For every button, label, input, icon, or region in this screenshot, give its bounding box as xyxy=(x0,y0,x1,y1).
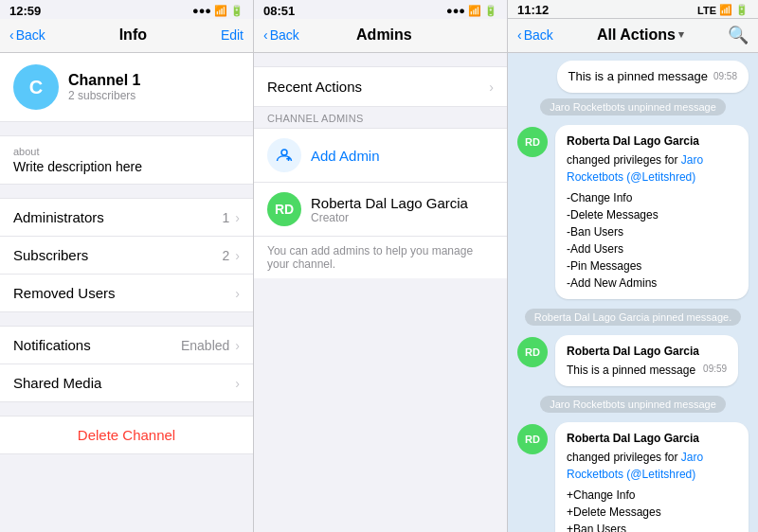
wifi-icon-3: 📶 xyxy=(719,4,732,16)
add-admin-row[interactable]: Add Admin xyxy=(254,128,507,182)
battery-icon-2: 🔋 xyxy=(484,5,497,17)
shared-media-right: › xyxy=(235,376,240,391)
recent-actions-item[interactable]: Recent Actions › xyxy=(254,66,507,107)
about-label: about xyxy=(13,146,240,157)
back-button-3[interactable]: ‹ Back xyxy=(517,27,553,43)
privilege-changes-add: +Change Info +Delete Messages +Ban Users… xyxy=(567,487,737,532)
channel-header: C Channel 1 2 subscribers xyxy=(0,53,253,122)
signal-icon-1: ●●● xyxy=(192,5,211,16)
notifications-item[interactable]: Notifications Enabled › xyxy=(0,327,253,364)
channel-details: Channel 1 2 subscribers xyxy=(68,72,140,102)
admin-name: Roberta Dal Lago Garcia xyxy=(311,195,468,211)
delete-channel-button[interactable]: Delete Channel xyxy=(13,427,240,443)
dropdown-chevron-icon: ▾ xyxy=(678,28,684,41)
panel-admins: 08:51 ●●● 📶 🔋 ‹ Back Admins Recent Actio… xyxy=(254,0,508,532)
pinned-msg-time: 09:58 xyxy=(713,70,737,83)
action-sender-1: Roberta Dal Lago Garcia xyxy=(567,133,737,150)
shared-media-item[interactable]: Shared Media › xyxy=(0,364,253,401)
admin-help-text: You can add admins to help you manage yo… xyxy=(254,236,507,278)
subscriber-count: 2 subscribers xyxy=(68,89,140,102)
action-avatar-2: RD xyxy=(517,337,548,367)
administrators-count: 1 xyxy=(223,210,230,225)
admin-avatar: RD xyxy=(267,192,301,226)
action-avatar-1: RD xyxy=(517,127,548,157)
action-add-privileges: RD Roberta Dal Lago Garcia changed privi… xyxy=(517,422,749,532)
status-bar-1: 12:59 ●●● 📶 🔋 xyxy=(0,0,253,19)
action-content-1: Roberta Dal Lago Garcia changed privileg… xyxy=(555,125,749,299)
chevron-left-icon-2: ‹ xyxy=(263,27,268,43)
pinned-message-text: This is a pinned message xyxy=(568,69,708,83)
action-msg-time-2: 09:59 xyxy=(703,362,727,376)
battery-icon-3: 🔋 xyxy=(735,4,749,16)
wifi-icon-1: 📶 xyxy=(214,5,227,17)
wifi-icon-2: 📶 xyxy=(468,5,481,17)
chevron-icon-3: › xyxy=(235,286,240,301)
notifications-right: Enabled › xyxy=(181,338,240,353)
subscribers-item[interactable]: Subscribers 2 › xyxy=(0,237,253,275)
recent-actions-label: Recent Actions xyxy=(267,79,362,95)
status-icons-2: ●●● 📶 🔋 xyxy=(446,5,497,17)
signal-icon-2: ●●● xyxy=(446,5,465,16)
back-button-1[interactable]: ‹ Back xyxy=(9,27,45,43)
add-admin-icon xyxy=(267,138,301,172)
action-sender-2: Roberta Dal Lago Garcia xyxy=(567,343,727,360)
pinned-message-bubble: This is a pinned message 09:58 xyxy=(557,61,749,93)
admin-item[interactable]: RD Roberta Dal Lago Garcia Creator xyxy=(254,182,507,236)
nav-title-2: Admins xyxy=(356,27,412,44)
chat-area[interactable]: This is a pinned message 09:58 Jaro Rock… xyxy=(508,53,758,532)
nav-title-1: Info xyxy=(119,27,147,44)
battery-icon-1: 🔋 xyxy=(230,5,244,17)
subscribers-label: Subscribers xyxy=(13,247,88,263)
status-time-1: 12:59 xyxy=(9,4,41,18)
action-pinned-msg: RD Roberta Dal Lago Garcia This is a pin… xyxy=(517,335,749,386)
action-content-3: Roberta Dal Lago Garcia changed privileg… xyxy=(555,422,749,532)
panel-all-actions: 11:12 LTE 📶 🔋 ‹ Back All Actions ▾ 🔍 Thi… xyxy=(508,0,758,532)
channel-admins-header: CHANNEL ADMINS xyxy=(254,107,507,128)
subscribers-count: 2 xyxy=(223,248,230,263)
about-section: about Write description here xyxy=(0,135,253,185)
action-remove-privileges: RD Roberta Dal Lago Garcia changed privi… xyxy=(517,125,749,299)
channel-avatar: C xyxy=(13,64,59,110)
system-msg-pinned: Roberta Dal Lago Garcia pinned message. xyxy=(525,309,742,326)
nav-bar-2: ‹ Back Admins xyxy=(254,19,507,53)
signal-icon-3: LTE xyxy=(697,5,716,16)
delete-section[interactable]: Delete Channel xyxy=(0,416,253,454)
status-time-2: 08:51 xyxy=(263,4,295,18)
notifications-label: Notifications xyxy=(13,337,91,353)
svg-point-0 xyxy=(281,150,287,155)
about-value: Write description here xyxy=(13,159,240,174)
administrators-label: Administrators xyxy=(13,209,104,225)
add-admin-label: Add Admin xyxy=(311,148,380,164)
chevron-icon-4: › xyxy=(235,338,240,353)
removed-users-right: › xyxy=(235,286,240,301)
administrators-right: 1 › xyxy=(223,210,240,225)
nav-bar-3: ‹ Back All Actions ▾ 🔍 xyxy=(508,19,758,53)
removed-users-label: Removed Users xyxy=(13,285,116,301)
removed-users-item[interactable]: Removed Users › xyxy=(0,275,253,311)
privilege-changes-remove: -Change Info -Delete Messages -Ban Users… xyxy=(567,189,737,292)
channel-name: Channel 1 xyxy=(68,72,140,89)
edit-button[interactable]: Edit xyxy=(221,27,244,43)
admin-info: Roberta Dal Lago Garcia Creator xyxy=(311,195,468,224)
chevron-icon: › xyxy=(235,210,240,225)
shared-media-label: Shared Media xyxy=(13,375,101,391)
system-msg-unpinned-2: Jaro Rocketbots unpinned message xyxy=(540,396,726,413)
system-msg-unpinned-1: Jaro Rocketbots unpinned message xyxy=(540,98,726,115)
nav-bar-1: ‹ Back Info Edit xyxy=(0,19,253,53)
chevron-icon-2: › xyxy=(235,248,240,263)
settings-list-section: Notifications Enabled › Shared Media › xyxy=(0,326,253,402)
admin-list-section: Administrators 1 › Subscribers 2 › Remov… xyxy=(0,198,253,312)
action-avatar-3: RD xyxy=(517,424,548,454)
chevron-left-icon-3: ‹ xyxy=(517,27,522,43)
search-button[interactable]: 🔍 xyxy=(728,25,749,45)
subscribers-right: 2 › xyxy=(223,248,240,263)
action-content-2: Roberta Dal Lago Garcia This is a pinned… xyxy=(555,335,738,386)
notifications-value: Enabled xyxy=(181,338,229,353)
all-actions-title: All Actions ▾ xyxy=(597,27,684,44)
panel-channel-info: 12:59 ●●● 📶 🔋 ‹ Back Info Edit C Channel… xyxy=(0,0,254,532)
chevron-icon-5: › xyxy=(235,376,240,391)
back-button-2[interactable]: ‹ Back xyxy=(263,27,299,43)
admin-role: Creator xyxy=(311,211,468,224)
administrators-item[interactable]: Administrators 1 › xyxy=(0,199,253,237)
status-icons-3: LTE 📶 🔋 xyxy=(697,4,749,16)
